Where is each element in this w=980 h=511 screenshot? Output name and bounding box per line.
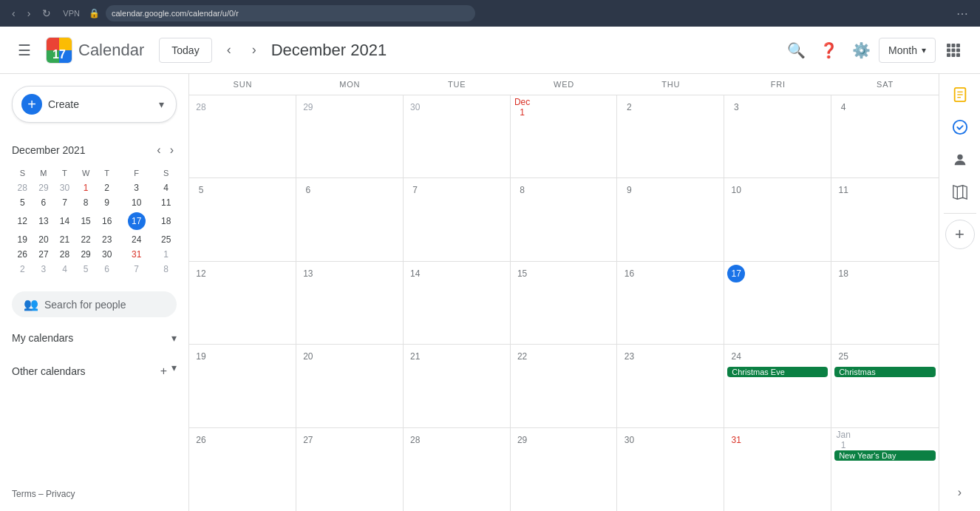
calendar-cell[interactable]: 4	[831, 95, 939, 177]
calendar-cell[interactable]: 21	[404, 345, 511, 427]
mini-date[interactable]: 29	[75, 247, 97, 262]
mini-date[interactable]: 3	[118, 180, 155, 195]
calendar-cell[interactable]: 31	[724, 428, 831, 511]
mini-date[interactable]: 29	[33, 180, 55, 195]
mini-date[interactable]: 30	[54, 180, 75, 195]
calendar-cell[interactable]: 5	[189, 178, 296, 260]
mini-date[interactable]: 12	[12, 210, 33, 232]
mini-date[interactable]: 25	[155, 232, 177, 247]
address-bar[interactable]: calendar.google.com/calendar/u/0/r	[106, 5, 475, 21]
mini-date[interactable]: 21	[54, 232, 75, 247]
contacts-icon[interactable]	[945, 145, 975, 175]
calendar-cell[interactable]: 16	[617, 262, 724, 344]
browser-refresh[interactable]: ↻	[39, 4, 54, 22]
mini-date[interactable]: 16	[96, 210, 118, 232]
calendar-cell[interactable]: 11	[831, 178, 939, 260]
mini-date[interactable]: 24	[118, 232, 155, 247]
calendar-cell[interactable]: 25 Christmas	[831, 345, 939, 427]
calendar-cell[interactable]: Jan 1 New Year's Day	[831, 428, 939, 511]
mini-date[interactable]: 8	[75, 195, 97, 210]
mini-date[interactable]: 9	[96, 195, 118, 210]
calendar-cell[interactable]: 28	[189, 95, 296, 177]
search-people[interactable]: 👥 Search for people	[12, 291, 177, 317]
view-selector[interactable]: Month ▾	[879, 38, 936, 63]
mini-date[interactable]: 14	[54, 210, 75, 232]
calendar-cell[interactable]: 10	[724, 178, 831, 260]
calendar-cell[interactable]: 7	[404, 178, 511, 260]
event-christmas[interactable]: Christmas	[834, 367, 936, 377]
mini-date[interactable]: 2	[12, 262, 33, 277]
calendar-cell[interactable]: 23	[617, 345, 724, 427]
calendar-cell[interactable]: 15	[511, 262, 618, 344]
mini-date[interactable]: 20	[33, 232, 55, 247]
mini-date[interactable]: 8	[155, 262, 177, 277]
calendar-cell[interactable]: 19	[189, 345, 296, 427]
next-month-button[interactable]: ›	[246, 36, 262, 64]
create-button[interactable]: + Create ▾	[12, 86, 177, 123]
notes-icon[interactable]	[945, 80, 975, 109]
mini-date[interactable]: 22	[75, 232, 97, 247]
calendar-cell[interactable]: 2	[617, 95, 724, 177]
apps-grid-button[interactable]	[939, 35, 968, 65]
mini-date[interactable]: 1	[75, 180, 97, 195]
mini-date[interactable]: 6	[96, 262, 118, 277]
prev-month-button[interactable]: ‹	[221, 36, 237, 64]
mini-date[interactable]: 2	[96, 180, 118, 195]
mini-date[interactable]: 7	[118, 262, 155, 277]
add-other-calendar-button[interactable]: +	[157, 362, 170, 381]
my-calendars-header[interactable]: My calendars ▾	[12, 332, 177, 344]
calendar-cell[interactable]: 8	[511, 178, 618, 260]
mini-date[interactable]: 10	[118, 195, 155, 210]
menu-button[interactable]: ☰	[12, 35, 37, 65]
calendar-cell[interactable]: 24 Christmas Eve	[724, 345, 831, 427]
calendar-cell[interactable]: 17	[724, 262, 831, 344]
privacy-link[interactable]: Privacy	[46, 489, 75, 499]
calendar-cell[interactable]: 29	[511, 428, 618, 511]
calendar-cell[interactable]: 20	[296, 345, 404, 427]
search-button[interactable]: 🔍	[781, 35, 811, 65]
calendar-cell[interactable]: 26	[189, 428, 296, 511]
mini-date[interactable]: 13	[33, 210, 55, 232]
mini-date[interactable]: 3	[33, 262, 55, 277]
mini-date[interactable]: 1	[155, 247, 177, 262]
calendar-cell[interactable]: 30	[404, 95, 511, 177]
calendar-cell[interactable]: 9	[617, 178, 724, 260]
today-button[interactable]: Today	[159, 38, 211, 63]
right-panel-expand[interactable]: ›	[958, 486, 962, 499]
mini-date[interactable]: 6	[33, 195, 55, 210]
mini-date[interactable]: 28	[54, 247, 75, 262]
calendar-cell[interactable]: 22	[511, 345, 618, 427]
mini-date[interactable]: 30	[96, 247, 118, 262]
mini-date[interactable]: 17	[118, 210, 155, 232]
add-panel-button[interactable]: +	[945, 220, 975, 249]
mini-date[interactable]: 23	[96, 232, 118, 247]
mini-date[interactable]: 7	[54, 195, 75, 210]
calendar-cell[interactable]: 30	[617, 428, 724, 511]
settings-button[interactable]: ⚙️	[846, 35, 876, 65]
tasks-icon[interactable]	[945, 112, 975, 142]
mini-date[interactable]: 4	[54, 262, 75, 277]
calendar-cell[interactable]: 12	[189, 262, 296, 344]
mini-date[interactable]: 28	[12, 180, 33, 195]
help-button[interactable]: ❓	[814, 35, 843, 65]
mini-date[interactable]: 26	[12, 247, 33, 262]
calendar-cell[interactable]: 14	[404, 262, 511, 344]
browser-back[interactable]: ‹	[9, 4, 18, 22]
browser-forward[interactable]: ›	[24, 4, 34, 22]
calendar-cell[interactable]: 27	[296, 428, 404, 511]
mini-date[interactable]: 18	[155, 210, 177, 232]
calendar-cell[interactable]: 13	[296, 262, 404, 344]
mini-date[interactable]: 19	[12, 232, 33, 247]
calendar-cell[interactable]: 3	[724, 95, 831, 177]
mini-date[interactable]: 11	[155, 195, 177, 210]
mini-date[interactable]: 27	[33, 247, 55, 262]
terms-link[interactable]: Terms	[12, 489, 36, 499]
mini-cal-prev[interactable]: ‹	[154, 141, 163, 160]
maps-icon[interactable]	[945, 177, 975, 207]
calendar-cell[interactable]: 6	[296, 178, 404, 260]
calendar-cell[interactable]: 28	[404, 428, 511, 511]
mini-date[interactable]: 31	[118, 247, 155, 262]
other-calendars-header[interactable]: Other calendars + ▾	[12, 362, 177, 381]
mini-date[interactable]: 15	[75, 210, 97, 232]
mini-date[interactable]: 5	[75, 262, 97, 277]
